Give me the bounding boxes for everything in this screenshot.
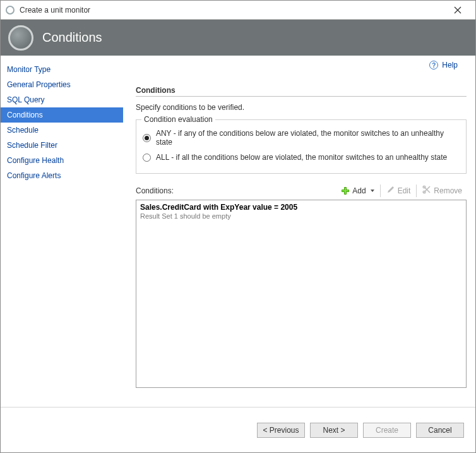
main-panel: ? Help Conditions Specify conditions to … xyxy=(123,56,475,407)
sidebar: Monitor TypeGeneral PropertiesSQL QueryC… xyxy=(1,56,123,407)
condition-subtitle: Result Set 1 should be empty xyxy=(140,212,462,220)
close-button[interactable] xyxy=(445,1,470,19)
conditions-label: Conditions: xyxy=(136,186,336,195)
edit-button[interactable]: Edit xyxy=(382,183,415,198)
list-item[interactable]: Sales.CreditCard with ExpYear value = 20… xyxy=(140,203,462,220)
toolbar-sep-2 xyxy=(416,184,417,197)
sidebar-item-configure-alerts[interactable]: Configure Alerts xyxy=(1,168,123,183)
radio-any-label: ANY - if any of the conditions below are… xyxy=(156,129,461,147)
previous-button[interactable]: < Previous xyxy=(257,423,305,438)
help-icon: ? xyxy=(429,61,438,69)
help-link[interactable]: ? Help xyxy=(429,61,458,69)
add-button[interactable]: Add xyxy=(336,184,378,198)
sidebar-item-conditions[interactable]: Conditions xyxy=(1,107,123,123)
add-button-label: Add xyxy=(352,186,366,195)
sidebar-item-monitor-type[interactable]: Monitor Type xyxy=(1,62,123,77)
wizard-footer: < Previous Next > Create Cancel xyxy=(1,407,475,452)
condition-evaluation-group: Condition evaluation ANY - if any of the… xyxy=(136,119,467,174)
condition-title: Sales.CreditCard with ExpYear value = 20… xyxy=(140,203,462,212)
scissors-icon xyxy=(422,185,431,196)
radio-any-indicator xyxy=(143,134,151,142)
titlebar: Create a unit monitor xyxy=(1,1,475,20)
title-rule xyxy=(136,96,467,97)
sidebar-item-configure-health[interactable]: Configure Health xyxy=(1,153,123,168)
svg-rect-5 xyxy=(342,190,348,191)
remove-button-label: Remove xyxy=(434,186,462,195)
close-icon xyxy=(454,6,461,14)
pencil-icon xyxy=(386,185,395,196)
cancel-button[interactable]: Cancel xyxy=(416,423,464,438)
wizard-header-icon xyxy=(8,25,33,51)
groupbox-legend: Condition evaluation xyxy=(141,115,215,124)
sidebar-item-schedule-filter[interactable]: Schedule Filter xyxy=(1,138,123,153)
conditions-list[interactable]: Sales.CreditCard with ExpYear value = 20… xyxy=(136,200,467,388)
remove-button[interactable]: Remove xyxy=(418,183,467,198)
radio-any[interactable]: ANY - if any of the conditions below are… xyxy=(143,126,461,150)
next-button[interactable]: Next > xyxy=(310,423,358,438)
radio-all[interactable]: ALL - if all the conditions below are vi… xyxy=(143,150,461,166)
sidebar-item-general-properties[interactable]: General Properties xyxy=(1,77,123,92)
create-button[interactable]: Create xyxy=(363,423,411,438)
sidebar-item-sql-query[interactable]: SQL Query xyxy=(1,92,123,107)
app-icon xyxy=(6,6,15,15)
window-title: Create a unit monitor xyxy=(20,6,445,15)
plus-icon xyxy=(341,186,350,195)
help-label: Help xyxy=(442,61,458,69)
radio-all-indicator xyxy=(143,154,151,162)
conditions-toolbar: Conditions: Add Edit Remove xyxy=(136,183,467,198)
radio-all-label: ALL - if all the conditions below are vi… xyxy=(156,153,447,162)
section-title: Conditions xyxy=(136,86,467,95)
wizard-body: Monitor TypeGeneral PropertiesSQL QueryC… xyxy=(1,56,475,407)
wizard-header: Conditions xyxy=(1,20,475,56)
sidebar-item-schedule[interactable]: Schedule xyxy=(1,123,123,138)
edit-button-label: Edit xyxy=(398,186,411,195)
section-subtitle: Specify conditions to be verified. xyxy=(136,103,467,112)
chevron-down-icon xyxy=(371,190,374,192)
toolbar-sep-1 xyxy=(380,184,381,197)
wizard-header-title: Conditions xyxy=(42,30,102,45)
